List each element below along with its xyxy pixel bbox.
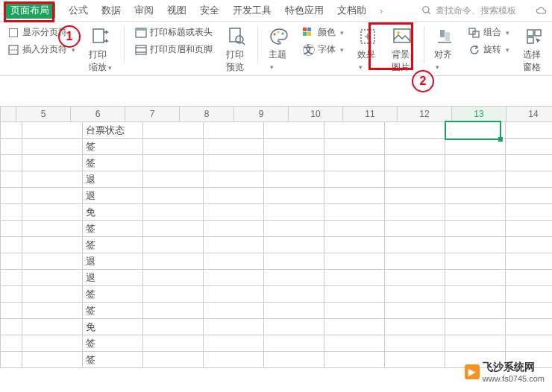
cell[interactable] (143, 237, 204, 253)
cell[interactable] (0, 335, 22, 352)
cloud-sync-icon[interactable] (536, 4, 548, 16)
spreadsheet[interactable]: 5 6 7 8 9 10 11 12 13 14 台票状态签签退退免签签退退签签… (0, 106, 552, 368)
cell[interactable] (143, 303, 204, 319)
column-header[interactable]: 7 (125, 107, 180, 121)
cell[interactable] (22, 204, 83, 221)
cell[interactable] (264, 286, 324, 303)
cell[interactable] (385, 122, 445, 139)
cell[interactable] (324, 139, 385, 155)
effect-button[interactable]: 效果▾ (354, 26, 381, 72)
column-header[interactable]: 14 (506, 107, 552, 121)
cell[interactable] (506, 286, 552, 303)
cell[interactable]: 退 (83, 188, 143, 204)
cell[interactable] (204, 122, 264, 139)
cell[interactable] (506, 139, 552, 155)
cell[interactable] (0, 204, 22, 221)
cell[interactable] (324, 171, 385, 188)
cell[interactable] (445, 237, 506, 253)
cell[interactable] (143, 188, 204, 204)
cell[interactable] (264, 253, 324, 270)
column-header[interactable]: 6 (71, 107, 125, 121)
cell[interactable] (0, 253, 22, 270)
cell[interactable] (0, 188, 22, 204)
cell[interactable] (204, 270, 264, 286)
cell[interactable] (22, 155, 83, 171)
cell[interactable] (204, 286, 264, 303)
cell[interactable] (385, 221, 445, 237)
cell[interactable] (385, 319, 445, 335)
cell[interactable]: 台票状态 (83, 122, 143, 139)
cell[interactable] (0, 237, 22, 253)
show-page-break[interactable]: 显示分页符 (7, 26, 75, 39)
cell[interactable] (0, 286, 22, 303)
cell[interactable] (143, 286, 204, 303)
cell[interactable] (264, 171, 324, 188)
cell[interactable] (22, 139, 83, 155)
cell[interactable]: 签 (83, 286, 143, 303)
cell[interactable] (324, 319, 385, 335)
cell[interactable] (143, 335, 204, 352)
cell[interactable] (385, 237, 445, 253)
cell[interactable] (506, 171, 552, 188)
cell[interactable]: 签 (83, 139, 143, 155)
background-image-button[interactable]: 背景图片 (389, 26, 416, 74)
cell[interactable] (22, 270, 83, 286)
cell[interactable] (324, 352, 385, 368)
cell[interactable] (385, 171, 445, 188)
cell[interactable] (22, 171, 83, 188)
cell[interactable] (204, 139, 264, 155)
cell[interactable] (22, 188, 83, 204)
column-header-gutter[interactable] (0, 107, 16, 121)
cell[interactable] (385, 352, 445, 368)
cell[interactable] (324, 155, 385, 171)
cell[interactable] (0, 270, 22, 286)
group-objects[interactable]: 组合▾ (468, 26, 509, 39)
rotate-objects[interactable]: 旋转▾ (468, 43, 509, 56)
cell[interactable] (264, 188, 324, 204)
cell[interactable] (445, 171, 506, 188)
cell[interactable] (22, 303, 83, 319)
cell[interactable] (22, 319, 83, 335)
cell[interactable] (204, 188, 264, 204)
cell[interactable] (22, 352, 83, 368)
cell[interactable] (264, 139, 324, 155)
cell[interactable] (143, 122, 204, 139)
cell[interactable]: 签 (83, 221, 143, 237)
cell[interactable] (0, 122, 22, 139)
column-header[interactable]: 8 (180, 107, 234, 121)
cell[interactable] (445, 204, 506, 221)
cell[interactable] (143, 253, 204, 270)
cell[interactable] (22, 221, 83, 237)
tab-special[interactable]: 特色应用 (285, 4, 324, 17)
cell[interactable] (445, 155, 506, 171)
cell[interactable] (324, 335, 385, 352)
column-header[interactable]: 9 (234, 107, 289, 121)
cell[interactable] (324, 237, 385, 253)
cell[interactable]: 签 (83, 335, 143, 352)
column-header[interactable]: 5 (16, 107, 71, 121)
cell[interactable] (324, 303, 385, 319)
cell[interactable] (385, 204, 445, 221)
tab-formula[interactable]: 公式 (69, 4, 88, 17)
tab-data[interactable]: 数据 (101, 4, 121, 17)
cell[interactable] (506, 270, 552, 286)
cell[interactable] (22, 253, 83, 270)
cell[interactable] (143, 352, 204, 368)
cell[interactable] (385, 188, 445, 204)
cell[interactable] (324, 188, 385, 204)
cell[interactable] (0, 155, 22, 171)
cell[interactable] (264, 303, 324, 319)
cell[interactable] (445, 188, 506, 204)
print-scaling-button[interactable]: 打印缩放▾ (86, 26, 116, 74)
cell[interactable]: 签 (83, 352, 143, 368)
cell[interactable] (264, 237, 324, 253)
cell[interactable] (385, 270, 445, 286)
cell[interactable] (0, 221, 22, 237)
tab-view[interactable]: 视图 (167, 4, 186, 17)
cell[interactable] (506, 155, 552, 171)
cell[interactable] (264, 221, 324, 237)
theme-button[interactable]: 主题▾ (266, 26, 292, 72)
column-header-active[interactable]: 13 (452, 107, 506, 121)
cell[interactable]: 退 (83, 171, 143, 188)
cell[interactable] (143, 155, 204, 171)
